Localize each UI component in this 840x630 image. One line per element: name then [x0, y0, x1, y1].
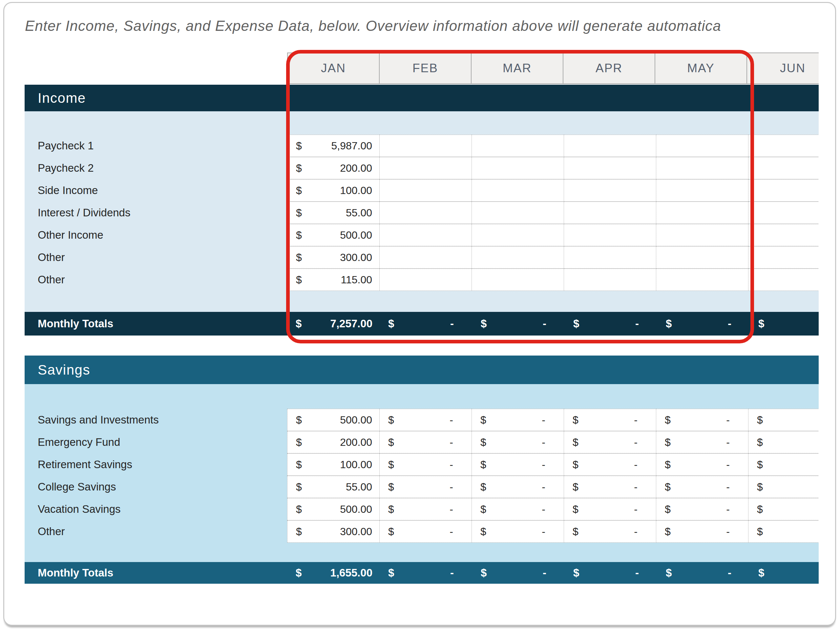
savings-retirement-apr-cell[interactable]: $ -	[564, 453, 656, 476]
savings-other-feb-cell[interactable]: $ -	[379, 520, 472, 543]
income-interest-jun-cell[interactable]	[748, 201, 819, 224]
currency-symbol: $	[573, 431, 578, 453]
income-other-income-mar-cell[interactable]	[472, 224, 564, 246]
savings-vacation-jan-cell[interactable]: $ 500.00	[287, 498, 380, 520]
savings-emergency-may-cell[interactable]: $ -	[656, 431, 748, 453]
savings-other-jun-cell[interactable]: $ -	[748, 520, 819, 543]
income-paycheck2-mar-cell[interactable]	[472, 157, 564, 179]
savings-other-jan-cell[interactable]: $ 300.00	[287, 520, 380, 543]
savings-other-may-cell[interactable]: $ -	[656, 520, 748, 543]
savings-emergency-apr-cell[interactable]: $ -	[564, 431, 656, 453]
amount-value: 300.00	[340, 521, 372, 542]
income-paycheck1-jun-cell[interactable]	[748, 135, 819, 157]
income-other-income-apr-cell[interactable]	[564, 224, 656, 246]
currency-symbol: $	[296, 247, 302, 268]
savings-investments-feb-cell[interactable]: $ -	[379, 409, 472, 431]
savings-college-jan-cell[interactable]: $ 55.00	[287, 476, 380, 498]
savings-vacation-may-cell[interactable]: $ -	[656, 498, 748, 520]
empty-amount: -	[726, 454, 730, 475]
savings-college-jun-cell[interactable]: $ -	[748, 476, 819, 498]
income-paycheck2-jan-cell[interactable]: $ 200.00	[287, 157, 380, 179]
savings-retirement-jan-cell[interactable]: $ 100.00	[287, 453, 380, 476]
income-paycheck1-may-cell[interactable]	[656, 135, 748, 157]
row-label: Other	[25, 520, 287, 543]
savings-vacation-jun-cell[interactable]: $ -	[748, 498, 819, 520]
currency-symbol: $	[757, 409, 763, 431]
savings-retirement-mar-cell[interactable]: $ -	[472, 453, 564, 476]
savings-investments-jan-cell[interactable]: $ 500.00	[287, 409, 380, 431]
savings-other-mar-cell[interactable]: $ -	[472, 520, 564, 543]
currency-symbol: $	[665, 431, 671, 453]
savings-emergency-jan-cell[interactable]: $ 200.00	[287, 431, 380, 453]
income-interest-mar-cell[interactable]	[472, 201, 564, 224]
empty-amount: -	[818, 521, 819, 542]
income-side-income-mar-cell[interactable]	[472, 179, 564, 201]
savings-total-may: $ -	[657, 562, 750, 584]
income-other-income-jun-cell[interactable]	[748, 224, 819, 246]
income-row-other-income: Other Income $ 500.00	[25, 224, 819, 246]
income-paycheck1-feb-cell[interactable]	[379, 135, 472, 157]
empty-amount: -	[818, 454, 819, 475]
savings-emergency-feb-cell[interactable]: $ -	[379, 431, 472, 453]
row-label: Emergency Fund	[25, 431, 287, 453]
savings-college-apr-cell[interactable]: $ -	[564, 476, 656, 498]
income-paycheck1-apr-cell[interactable]	[564, 135, 656, 157]
income-other-income-jan-cell[interactable]: $ 500.00	[287, 224, 380, 246]
income-side-income-jun-cell[interactable]	[748, 179, 819, 201]
savings-investments-jun-cell[interactable]: $ -	[748, 409, 819, 431]
savings-investments-apr-cell[interactable]: $ -	[564, 409, 656, 431]
savings-investments-mar-cell[interactable]: $ -	[472, 409, 564, 431]
savings-retirement-may-cell[interactable]: $ -	[656, 453, 748, 476]
savings-investments-may-cell[interactable]: $ -	[656, 409, 748, 431]
savings-college-mar-cell[interactable]: $ -	[472, 476, 564, 498]
income-side-income-may-cell[interactable]	[656, 179, 748, 201]
savings-college-may-cell[interactable]: $ -	[656, 476, 748, 498]
empty-total: -	[728, 562, 731, 584]
empty-amount: -	[818, 409, 819, 431]
income-side-income-feb-cell[interactable]	[379, 179, 472, 201]
income-other1-mar-cell[interactable]	[472, 246, 564, 269]
savings-vacation-mar-cell[interactable]: $ -	[472, 498, 564, 520]
income-other1-jan-cell[interactable]: $ 300.00	[287, 246, 380, 269]
income-other1-apr-cell[interactable]	[564, 246, 656, 269]
income-interest-may-cell[interactable]	[656, 201, 748, 224]
income-other1-jun-cell[interactable]	[748, 246, 819, 269]
income-other-income-may-cell[interactable]	[656, 224, 748, 246]
empty-amount: -	[450, 431, 453, 453]
income-other-income-feb-cell[interactable]	[379, 224, 472, 246]
currency-symbol: $	[665, 409, 671, 431]
savings-emergency-jun-cell[interactable]: $ -	[748, 431, 819, 453]
savings-emergency-mar-cell[interactable]: $ -	[472, 431, 564, 453]
income-other1-may-cell[interactable]	[656, 246, 748, 269]
row-label: Other	[25, 269, 287, 291]
income-other2-jan-cell[interactable]: $ 115.00	[287, 269, 380, 291]
income-other2-feb-cell[interactable]	[379, 269, 472, 291]
empty-total: -	[450, 312, 454, 336]
income-other2-apr-cell[interactable]	[564, 269, 656, 291]
income-interest-feb-cell[interactable]	[379, 201, 472, 224]
income-paycheck2-may-cell[interactable]	[656, 157, 748, 179]
savings-retirement-feb-cell[interactable]: $ -	[379, 453, 472, 476]
savings-college-feb-cell[interactable]: $ -	[379, 476, 472, 498]
income-paycheck2-feb-cell[interactable]	[379, 157, 472, 179]
income-interest-jan-cell[interactable]: $ 55.00	[287, 201, 380, 224]
income-side-income-apr-cell[interactable]	[564, 179, 656, 201]
savings-retirement-jun-cell[interactable]: $ -	[748, 453, 819, 476]
savings-other-apr-cell[interactable]: $ -	[564, 520, 656, 543]
income-paycheck1-jan-cell[interactable]: $ 5,987.00	[287, 135, 380, 157]
income-other1-feb-cell[interactable]	[379, 246, 472, 269]
income-paycheck2-apr-cell[interactable]	[564, 157, 656, 179]
income-paycheck1-mar-cell[interactable]	[472, 135, 564, 157]
savings-vacation-feb-cell[interactable]: $ -	[379, 498, 472, 520]
income-other2-mar-cell[interactable]	[472, 269, 564, 291]
income-paycheck2-jun-cell[interactable]	[748, 157, 819, 179]
income-other2-may-cell[interactable]	[656, 269, 748, 291]
income-interest-apr-cell[interactable]	[564, 201, 656, 224]
income-side-income-jan-cell[interactable]: $ 100.00	[287, 179, 380, 201]
empty-total: -	[543, 562, 546, 584]
income-other2-jun-cell[interactable]	[748, 269, 819, 291]
currency-symbol: $	[388, 431, 394, 453]
currency-symbol: $	[480, 499, 486, 520]
savings-total-jun: $ -	[750, 562, 819, 584]
savings-vacation-apr-cell[interactable]: $ -	[564, 498, 656, 520]
